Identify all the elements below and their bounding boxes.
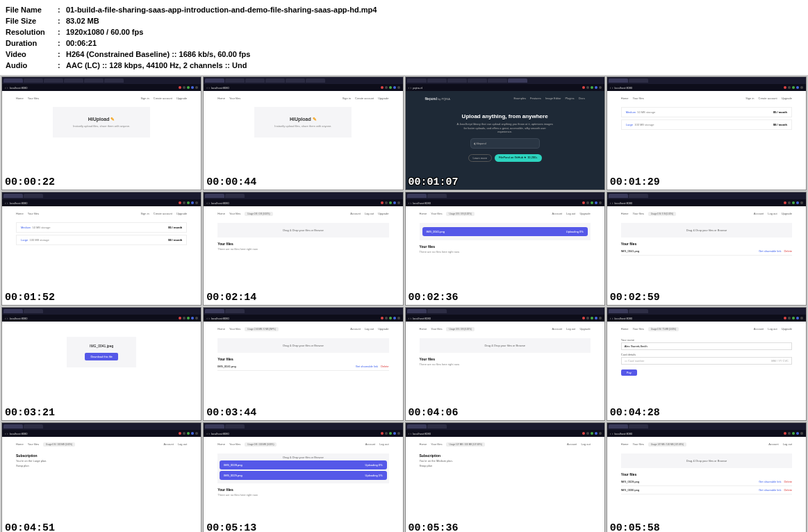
- download-card: IMG_0041.jpeg Download this file: [67, 337, 136, 367]
- timestamp: 00:01:52: [5, 292, 55, 304]
- value-duration: 00:06:21: [66, 38, 97, 49]
- timestamp: 00:05:58: [610, 522, 660, 532]
- thumbnail[interactable]: ‹ ›pqina.nl filepond by PQINA ExamplesFe…: [405, 76, 605, 190]
- thumbnail[interactable]: ‹ ›localhost:8080 IMG_0041.jpeg Download…: [1, 307, 201, 421]
- value-filename: 01-build-a-file-sharing-saas-app-introdu…: [66, 4, 377, 15]
- hero-card: HiUpload ✎ Instantly upload files, share…: [53, 107, 150, 138]
- label-duration: Duration: [6, 38, 58, 49]
- timestamp: 00:03:44: [206, 407, 256, 419]
- label-filename: File Name: [6, 4, 58, 15]
- card-input: ▭ Card numberMM / YY CVC: [621, 357, 792, 365]
- thumbnail-grid: ‹ ›localhost:8080 HomeYour filesSign inC…: [0, 75, 808, 532]
- value-filesize: 83.02 MB: [66, 15, 99, 26]
- name-input: Alex Garrett-Smith: [621, 342, 792, 350]
- timestamp: 00:05:36: [409, 522, 459, 532]
- thumbnail[interactable]: ‹ ›localhost:8080 HomeYour filesUsage 2.…: [203, 307, 403, 421]
- thumbnail[interactable]: ‹ ›localhost:8080 HomeYour filesUsage 0 …: [405, 307, 605, 421]
- timestamp: 00:00:44: [206, 176, 256, 188]
- timestamp: 00:04:28: [610, 407, 660, 419]
- label-video: Video: [6, 49, 58, 60]
- thumbnail[interactable]: ‹ ›localhost:8080 HomeYour filesUsage 0 …: [607, 307, 807, 421]
- label-filesize: File Size: [6, 15, 58, 26]
- thumbnail[interactable]: ‹ ›localhost:8080 HomeYour filesSign inC…: [203, 76, 403, 190]
- value-audio: AAC (LC) :: 128 kbps, 44100 Hz, 2 channe…: [66, 60, 247, 71]
- timestamp: 00:04:06: [409, 407, 459, 419]
- thumbnail[interactable]: ‹ ›localhost:8080 HomeYour filesUsage 10…: [607, 422, 807, 532]
- timestamp: 00:02:14: [206, 292, 256, 304]
- thumbnail[interactable]: ‹ ›localhost:8080 HomeYour filesSign inC…: [607, 76, 807, 190]
- timestamp: 00:00:22: [5, 176, 55, 188]
- timestamp: 00:01:29: [610, 176, 660, 188]
- thumbnail[interactable]: ‹ ›localhost:8080 HomeYour filesSign inC…: [1, 192, 201, 306]
- thumbnail[interactable]: ‹ ›localhost:8080 HomeYour filesUsage 0 …: [1, 422, 201, 532]
- timestamp: 00:04:51: [5, 522, 55, 532]
- thumbnail[interactable]: ‹ ›localhost:8080 HomeYour filesUsage 10…: [405, 422, 605, 532]
- dropzone: Drag & Drop your files or Browse: [217, 223, 388, 238]
- media-info-panel: File Name:01-build-a-file-sharing-saas-a…: [0, 0, 808, 75]
- timestamp: 00:02:59: [610, 292, 660, 304]
- thumbnail[interactable]: ‹ ›localhost:8080 HomeYour filesUsage 0 …: [203, 192, 403, 306]
- download-button: Download this file: [85, 353, 117, 360]
- timestamp: 00:05:13: [206, 522, 256, 532]
- value-resolution: 1920x1080 / 60.00 fps: [66, 26, 143, 38]
- label-audio: Audio: [6, 60, 58, 71]
- timestamp: 00:03:21: [5, 407, 55, 419]
- pay-button: Pay: [621, 369, 637, 376]
- timestamp: 00:02:36: [409, 292, 459, 304]
- timestamp: 00:01:07: [409, 176, 459, 188]
- thumbnail[interactable]: ‹ ›localhost:8080 HomeYour filesUsage 0 …: [203, 422, 403, 532]
- value-video: H264 (Constrained Baseline) :: 1686 kb/s…: [66, 49, 250, 60]
- thumbnail[interactable]: ‹ ›localhost:8080 HomeYour filesUsage 0 …: [405, 192, 605, 306]
- label-resolution: Resolution: [6, 26, 58, 38]
- thumbnail[interactable]: ‹ ›localhost:8080 HomeYour filesSign inC…: [1, 76, 201, 190]
- thumbnail[interactable]: ‹ ›localhost:8080 HomeYour filesUsage 0 …: [607, 192, 807, 306]
